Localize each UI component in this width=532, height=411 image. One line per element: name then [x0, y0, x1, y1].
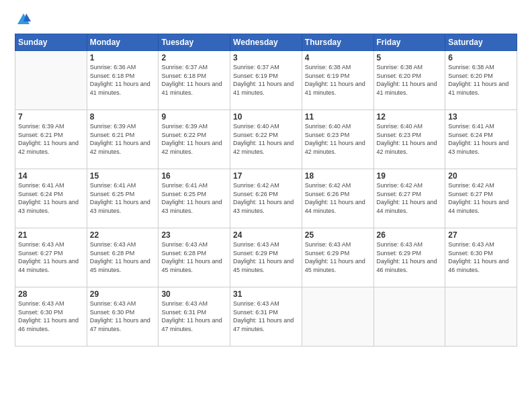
- day-number: 13: [448, 112, 514, 122]
- day-number: 23: [161, 230, 227, 240]
- day-info: Sunrise: 6:42 AMSunset: 6:26 PMDaylight:…: [233, 181, 299, 215]
- day-number: 6: [448, 53, 514, 62]
- day-number: 25: [305, 230, 371, 240]
- day-number: 8: [90, 112, 156, 122]
- calendar-cell: 21Sunrise: 6:43 AMSunset: 6:27 PMDayligh…: [15, 228, 87, 287]
- day-info: Sunrise: 6:42 AMSunset: 6:27 PMDaylight:…: [377, 181, 443, 215]
- day-number: 10: [233, 112, 299, 122]
- week-row-3: 14Sunrise: 6:41 AMSunset: 6:24 PMDayligh…: [15, 169, 517, 228]
- calendar-cell: 1Sunrise: 6:36 AMSunset: 6:18 PMDaylight…: [87, 51, 159, 110]
- calendar-cell: [445, 287, 517, 347]
- day-info: Sunrise: 6:43 AMSunset: 6:29 PMDaylight:…: [305, 240, 371, 274]
- day-info: Sunrise: 6:42 AMSunset: 6:27 PMDaylight:…: [448, 181, 514, 215]
- day-header-sunday: Sunday: [15, 34, 87, 51]
- calendar-cell: 25Sunrise: 6:43 AMSunset: 6:29 PMDayligh…: [302, 228, 373, 287]
- day-number: 21: [18, 230, 84, 240]
- week-row-1: 1Sunrise: 6:36 AMSunset: 6:18 PMDaylight…: [15, 51, 517, 110]
- day-info: Sunrise: 6:43 AMSunset: 6:27 PMDaylight:…: [18, 240, 84, 274]
- logo: [15, 12, 31, 27]
- day-info: Sunrise: 6:43 AMSunset: 6:30 PMDaylight:…: [448, 240, 514, 274]
- calendar-cell: 8Sunrise: 6:39 AMSunset: 6:21 PMDaylight…: [87, 110, 159, 169]
- day-info: Sunrise: 6:37 AMSunset: 6:18 PMDaylight:…: [161, 63, 227, 97]
- day-number: 17: [233, 171, 299, 181]
- day-info: Sunrise: 6:39 AMSunset: 6:21 PMDaylight:…: [18, 122, 84, 156]
- day-number: 7: [18, 112, 84, 122]
- calendar-cell: 16Sunrise: 6:41 AMSunset: 6:25 PMDayligh…: [159, 169, 230, 228]
- calendar-cell: 18Sunrise: 6:42 AMSunset: 6:26 PMDayligh…: [302, 169, 373, 228]
- day-header-wednesday: Wednesday: [230, 34, 302, 51]
- calendar-cell: 4Sunrise: 6:38 AMSunset: 6:19 PMDaylight…: [302, 51, 373, 110]
- day-info: Sunrise: 6:38 AMSunset: 6:20 PMDaylight:…: [377, 63, 443, 97]
- day-info: Sunrise: 6:40 AMSunset: 6:23 PMDaylight:…: [305, 122, 371, 156]
- calendar-cell: [302, 287, 373, 347]
- week-row-5: 28Sunrise: 6:43 AMSunset: 6:30 PMDayligh…: [15, 287, 517, 347]
- calendar-cell: 30Sunrise: 6:43 AMSunset: 6:31 PMDayligh…: [159, 287, 230, 347]
- calendar-cell: 24Sunrise: 6:43 AMSunset: 6:29 PMDayligh…: [230, 228, 302, 287]
- calendar-cell: 28Sunrise: 6:43 AMSunset: 6:30 PMDayligh…: [15, 287, 87, 347]
- day-header-tuesday: Tuesday: [159, 34, 230, 51]
- calendar-cell: 13Sunrise: 6:41 AMSunset: 6:24 PMDayligh…: [445, 110, 517, 169]
- calendar-cell: [373, 287, 445, 347]
- day-info: Sunrise: 6:41 AMSunset: 6:24 PMDaylight:…: [18, 181, 84, 215]
- day-info: Sunrise: 6:39 AMSunset: 6:22 PMDaylight:…: [161, 122, 227, 156]
- day-info: Sunrise: 6:36 AMSunset: 6:18 PMDaylight:…: [90, 63, 156, 97]
- calendar-cell: 7Sunrise: 6:39 AMSunset: 6:21 PMDaylight…: [15, 110, 87, 169]
- day-info: Sunrise: 6:43 AMSunset: 6:30 PMDaylight:…: [18, 300, 84, 333]
- calendar-cell: 12Sunrise: 6:40 AMSunset: 6:23 PMDayligh…: [373, 110, 445, 169]
- calendar-cell: 10Sunrise: 6:40 AMSunset: 6:22 PMDayligh…: [230, 110, 302, 169]
- day-number: 14: [18, 171, 84, 181]
- day-info: Sunrise: 6:40 AMSunset: 6:23 PMDaylight:…: [377, 122, 443, 156]
- day-number: 3: [233, 53, 299, 62]
- day-info: Sunrise: 6:43 AMSunset: 6:31 PMDaylight:…: [161, 300, 227, 333]
- calendar-header-row: SundayMondayTuesdayWednesdayThursdayFrid…: [15, 34, 517, 51]
- day-info: Sunrise: 6:43 AMSunset: 6:29 PMDaylight:…: [377, 240, 443, 274]
- day-number: 9: [161, 112, 227, 122]
- day-info: Sunrise: 6:42 AMSunset: 6:26 PMDaylight:…: [305, 181, 371, 215]
- calendar-cell: 11Sunrise: 6:40 AMSunset: 6:23 PMDayligh…: [302, 110, 373, 169]
- day-number: 30: [161, 289, 227, 299]
- calendar-cell: 3Sunrise: 6:37 AMSunset: 6:19 PMDaylight…: [230, 51, 302, 110]
- day-info: Sunrise: 6:41 AMSunset: 6:25 PMDaylight:…: [90, 181, 156, 215]
- calendar-cell: 17Sunrise: 6:42 AMSunset: 6:26 PMDayligh…: [230, 169, 302, 228]
- day-number: 5: [377, 53, 443, 62]
- calendar-cell: 6Sunrise: 6:38 AMSunset: 6:20 PMDaylight…: [445, 51, 517, 110]
- calendar-cell: 19Sunrise: 6:42 AMSunset: 6:27 PMDayligh…: [373, 169, 445, 228]
- calendar-cell: 23Sunrise: 6:43 AMSunset: 6:28 PMDayligh…: [159, 228, 230, 287]
- day-info: Sunrise: 6:40 AMSunset: 6:22 PMDaylight:…: [233, 122, 299, 156]
- day-header-friday: Friday: [373, 34, 445, 51]
- day-number: 2: [161, 53, 227, 62]
- logo-icon: [16, 12, 31, 27]
- day-number: 18: [305, 171, 371, 181]
- day-header-saturday: Saturday: [445, 34, 517, 51]
- day-number: 4: [305, 53, 371, 62]
- day-number: 31: [233, 289, 299, 299]
- day-info: Sunrise: 6:43 AMSunset: 6:31 PMDaylight:…: [233, 300, 299, 333]
- calendar-cell: 26Sunrise: 6:43 AMSunset: 6:29 PMDayligh…: [373, 228, 445, 287]
- day-number: 28: [18, 289, 84, 299]
- calendar-cell: 31Sunrise: 6:43 AMSunset: 6:31 PMDayligh…: [230, 287, 302, 347]
- page-header: [15, 12, 517, 27]
- day-info: Sunrise: 6:39 AMSunset: 6:21 PMDaylight:…: [90, 122, 156, 156]
- day-info: Sunrise: 6:38 AMSunset: 6:19 PMDaylight:…: [305, 63, 371, 97]
- day-info: Sunrise: 6:37 AMSunset: 6:19 PMDaylight:…: [233, 63, 299, 97]
- day-number: 19: [377, 171, 443, 181]
- day-number: 27: [448, 230, 514, 240]
- day-number: 29: [90, 289, 156, 299]
- calendar-cell: 14Sunrise: 6:41 AMSunset: 6:24 PMDayligh…: [15, 169, 87, 228]
- calendar-cell: 29Sunrise: 6:43 AMSunset: 6:30 PMDayligh…: [87, 287, 159, 347]
- day-info: Sunrise: 6:43 AMSunset: 6:28 PMDaylight:…: [161, 240, 227, 274]
- day-info: Sunrise: 6:43 AMSunset: 6:28 PMDaylight:…: [90, 240, 156, 274]
- week-row-2: 7Sunrise: 6:39 AMSunset: 6:21 PMDaylight…: [15, 110, 517, 169]
- calendar-table: SundayMondayTuesdayWednesdayThursdayFrid…: [15, 34, 517, 347]
- calendar-cell: 15Sunrise: 6:41 AMSunset: 6:25 PMDayligh…: [87, 169, 159, 228]
- day-number: 24: [233, 230, 299, 240]
- calendar-cell: 9Sunrise: 6:39 AMSunset: 6:22 PMDaylight…: [159, 110, 230, 169]
- day-number: 11: [305, 112, 371, 122]
- day-header-thursday: Thursday: [302, 34, 373, 51]
- day-number: 15: [90, 171, 156, 181]
- calendar-cell: [15, 51, 87, 110]
- day-number: 20: [448, 171, 514, 181]
- calendar-cell: 2Sunrise: 6:37 AMSunset: 6:18 PMDaylight…: [159, 51, 230, 110]
- calendar-cell: 5Sunrise: 6:38 AMSunset: 6:20 PMDaylight…: [373, 51, 445, 110]
- day-info: Sunrise: 6:41 AMSunset: 6:24 PMDaylight:…: [448, 122, 514, 156]
